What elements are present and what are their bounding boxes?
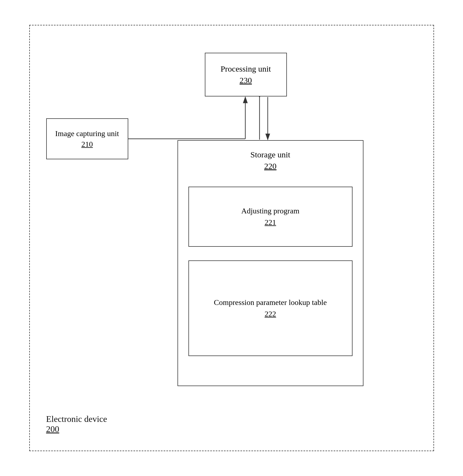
image-capturing-label: Image capturing unit <box>55 128 119 139</box>
adjusting-program-label: Adjusting program <box>241 205 299 217</box>
image-capturing-number: 210 <box>81 139 93 149</box>
processing-unit-number: 230 <box>240 75 252 86</box>
storage-unit-label: Storage unit <box>178 149 363 160</box>
compression-param-box: Compression parameter lookup table 222 <box>188 260 353 356</box>
storage-unit-header: Storage unit 220 <box>178 141 363 175</box>
device-label-number: 200 <box>46 424 107 434</box>
device-label-text: Electronic device <box>46 414 107 424</box>
image-capturing-unit-box: Image capturing unit 210 <box>46 118 128 159</box>
compression-param-label: Compression parameter lookup table <box>214 297 327 308</box>
adjusting-program-box: Adjusting program 221 <box>188 187 353 247</box>
device-label: Electronic device 200 <box>46 414 107 434</box>
adjusting-program-number: 221 <box>265 217 276 228</box>
processing-unit-label: Processing unit <box>220 63 271 75</box>
electronic-device-border: Image capturing unit 210 Processing unit… <box>29 25 434 451</box>
compression-param-number: 222 <box>265 308 276 320</box>
storage-unit-number: 220 <box>178 160 363 172</box>
processing-unit-box: Processing unit 230 <box>205 53 287 96</box>
